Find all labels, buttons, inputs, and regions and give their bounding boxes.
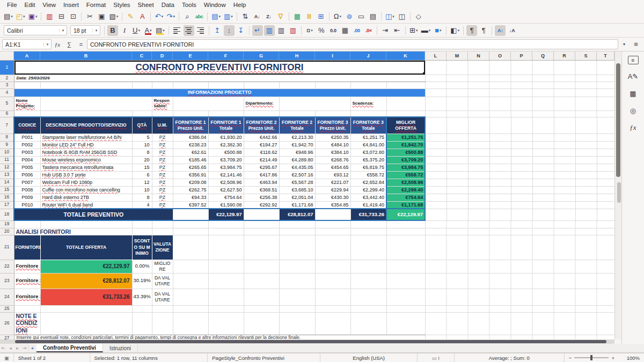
cell[interactable] [152,228,173,235]
notes-body-cell[interactable]: Inserire qui eventuali note, condizioni … [14,335,425,339]
align-right-icon[interactable] [195,25,206,36]
date-format-icon[interactable]: ▦ [340,25,350,36]
cell[interactable] [350,312,386,335]
language-status[interactable]: English (USA) [320,353,418,362]
cell[interactable]: PZ [152,164,173,171]
cell[interactable]: PZ [152,194,173,201]
cell[interactable] [279,305,315,312]
column-header-P[interactable]: P [511,51,532,60]
column-header-M[interactable]: M [447,51,468,60]
horizontal-scrollbar[interactable] [0,339,614,344]
cell-best-P004[interactable]: €3,709.20 [386,156,425,164]
cell[interactable]: 8 [132,149,152,156]
analysis-total-3[interactable]: €31,733.26 [40,289,132,305]
cell[interactable] [173,110,208,117]
cell[interactable] [14,110,40,117]
cell[interactable] [173,82,208,88]
number-format-icon[interactable]: 0.0 [328,25,339,36]
cell[interactable]: PZ [152,149,173,156]
cell[interactable] [173,273,208,289]
cell[interactable] [208,228,244,235]
row-header-18[interactable]: 18 [0,209,14,220]
analysis-valutazione-1[interactable]: MIGLIORE [152,260,173,273]
select-all-corner[interactable] [0,51,14,60]
date-cell[interactable]: Data: 25/03/2026 [14,75,425,82]
menu-file[interactable]: File [3,0,21,10]
cell[interactable]: €4,435.05 [279,164,315,171]
column-header-C[interactable]: C [132,51,152,60]
freeze-panes-icon[interactable]: ◫▾ [384,11,396,22]
cell-best-P006[interactable]: €558.72 [386,171,425,179]
row-header-3[interactable]: 3 [0,82,14,88]
cell[interactable] [350,305,386,312]
cell[interactable] [315,260,350,273]
find-replace-icon[interactable]: ⌕ [182,11,193,22]
cell[interactable]: €397.52 [173,201,208,209]
empty-cells[interactable] [425,110,614,117]
headers-footers-icon[interactable]: ▤ [368,11,378,22]
row-header-22[interactable]: 22 [0,260,14,273]
cell[interactable] [132,110,152,117]
currency-format-icon[interactable]: ¤▾ [304,25,315,36]
insert-pivot-table-icon[interactable]: ⊞ [316,11,326,22]
empty-cells[interactable] [425,186,614,194]
cell[interactable] [350,228,386,235]
menu-data[interactable]: Data [158,0,178,10]
cell[interactable]: €1,251.75 [350,134,386,141]
cell[interactable] [40,220,132,228]
cell[interactable]: €417.86 [244,171,279,179]
empty-cells[interactable] [425,82,614,88]
column-header-T[interactable]: T [597,51,614,60]
cell-best-P007[interactable]: €2,508.96 [386,179,425,186]
cell[interactable] [244,220,279,228]
cell[interactable]: €94.33 [173,194,208,201]
cell[interactable] [315,82,350,88]
total-fornitore-2[interactable]: €28,812.07 [279,209,315,220]
autofilter-icon[interactable]: ∇ [275,11,286,22]
cell[interactable] [173,209,208,220]
row-header-12[interactable]: 12 [0,164,14,171]
empty-cells[interactable] [425,134,614,141]
header-fornitore-2[interactable]: FORNITORE 2Prezzo Unit. [244,117,279,134]
column-header-Q[interactable]: Q [532,51,554,60]
row-header-21[interactable]: 21 [0,235,14,260]
empty-cells[interactable] [425,335,614,339]
cell[interactable]: €2,652.84 [350,179,386,186]
cell-best-P005[interactable]: €3,984.75 [386,164,425,171]
conditional-formatting-icon[interactable]: ◧▾ [449,25,460,36]
sort-descending-icon[interactable]: Z↓ [264,11,274,22]
cell[interactable]: €194.27 [244,141,279,149]
cell[interactable]: €93.12 [315,171,350,179]
column-header-F[interactable]: F [208,51,244,60]
cell[interactable]: 15 [132,164,152,171]
cell[interactable]: €62.61 [173,149,208,156]
column-header-B[interactable]: B [40,51,132,60]
cell[interactable]: €384.10 [315,149,350,156]
cell-best-P003[interactable]: €500.88 [386,149,425,156]
cell-desc-P008[interactable]: Cuffie con microfono noise cancelling [40,186,132,194]
merge-center-cells-icon[interactable]: ▥ [264,25,275,36]
empty-cells[interactable] [425,194,614,201]
empty-cells[interactable] [425,149,614,156]
cell[interactable] [244,273,279,289]
cell[interactable] [279,97,350,110]
font-name-dropdown-icon[interactable]: ▾ [59,28,67,33]
empty-cells[interactable] [425,156,614,164]
header-qta[interactable]: QTÀ [132,117,152,134]
info-banner-cell[interactable]: INFORMAZIONI PROGETTO [14,88,425,97]
decrease-indent-icon[interactable]: ⇤ [392,25,402,36]
cell[interactable]: €500.88 [208,149,244,156]
cell[interactable] [244,110,279,117]
cell[interactable] [279,235,315,260]
cut-icon[interactable]: ✂ [84,11,95,22]
cell[interactable] [244,289,279,305]
empty-cells[interactable] [425,164,614,171]
empty-cells[interactable] [425,97,614,110]
zoom-slider-thumb[interactable] [590,355,592,360]
right-to-left-icon[interactable]: ¶ [478,25,489,36]
cell[interactable]: €3,072.80 [350,149,386,156]
menu-insert[interactable]: Insert [60,0,83,10]
cell[interactable] [350,273,386,289]
cell[interactable] [244,235,279,260]
cell-code-P002[interactable]: P002 [14,141,40,149]
